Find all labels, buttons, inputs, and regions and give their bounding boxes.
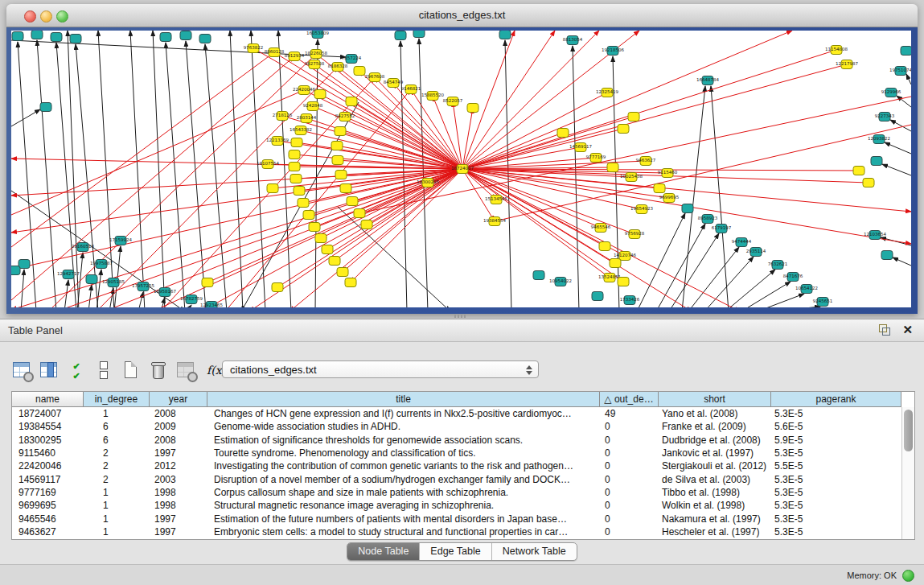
graph-node-label: 8860128	[265, 49, 285, 54]
column-visibility-icon[interactable]	[39, 360, 60, 381]
graph-node[interactable]	[618, 278, 629, 286]
graph-node[interactable]	[332, 156, 343, 165]
graph-edge	[637, 213, 685, 307]
graph-node[interactable]	[413, 31, 425, 38]
graph-node[interactable]	[354, 209, 365, 218]
graph-node[interactable]	[160, 33, 171, 42]
graph-node[interactable]	[290, 175, 302, 183]
graph-node[interactable]	[322, 245, 333, 254]
graph-node[interactable]	[289, 150, 300, 159]
create-column-icon[interactable]	[121, 360, 142, 381]
table-mode-icon[interactable]	[11, 360, 32, 381]
graph-node[interactable]	[11, 266, 20, 275]
graph-node[interactable]	[346, 97, 357, 106]
table-selector[interactable]: citations_edges.txt	[222, 360, 539, 378]
graph-node[interactable]	[853, 167, 864, 175]
table-row[interactable]: 1456911722003Disruption of a novel membe…	[12, 472, 914, 485]
table-row[interactable]: 1938455462009Genome-wide association stu…	[12, 420, 914, 433]
column-header-name[interactable]: name	[12, 392, 84, 407]
graph-node[interactable]	[294, 187, 305, 196]
column-header-in_degree[interactable]: in_degree	[84, 392, 150, 407]
graph-node[interactable]	[607, 163, 618, 172]
graph-node[interactable]	[682, 204, 693, 213]
graph-node[interactable]	[345, 278, 356, 287]
graph-node[interactable]	[31, 31, 43, 39]
graph-node[interactable]	[628, 113, 639, 122]
graph-node[interactable]	[347, 197, 358, 206]
table-row[interactable]: 946362711997Embryonic stem cells: a mode…	[12, 525, 914, 538]
cell: 2003	[150, 473, 207, 486]
graph-node[interactable]	[303, 211, 314, 220]
close-panel-icon[interactable]: ✕	[902, 323, 913, 337]
graph-node[interactable]	[267, 184, 278, 193]
graph-node[interactable]	[40, 103, 51, 112]
table-row[interactable]: 969969511998Structural magnetic resonanc…	[12, 499, 914, 512]
graph-edge	[138, 292, 143, 307]
column-header-short[interactable]: short	[659, 392, 771, 407]
graph-node[interactable]	[592, 292, 603, 301]
graph-node[interactable]	[610, 259, 621, 268]
delete-column-icon[interactable]	[148, 360, 169, 381]
column-header-title[interactable]: title	[207, 392, 600, 407]
graph-node[interactable]	[599, 242, 610, 251]
tab-network-table[interactable]: Network Table	[491, 543, 577, 560]
graph-node[interactable]	[881, 251, 893, 260]
table-row[interactable]: 946554611997Estimation of the future num…	[12, 512, 914, 525]
cell: Franke et al. (2009)	[659, 420, 771, 433]
graph-node[interactable]	[335, 171, 347, 179]
graph-node[interactable]	[901, 47, 911, 56]
column-header-pagerank[interactable]: pagerank	[771, 392, 901, 407]
table-row[interactable]: 911546021997Tourette syndrome. Phenomeno…	[12, 447, 914, 459]
tab-edge-table[interactable]: Edge Table	[419, 543, 491, 560]
graph-node[interactable]	[289, 163, 300, 171]
memory-status-indicator[interactable]	[902, 570, 914, 582]
delete-table-icon[interactable]	[175, 360, 196, 381]
graph-node[interactable]	[272, 283, 283, 292]
network-canvas[interactable]: 1872400797638228860128891293418226058982…	[11, 31, 911, 307]
graph-node[interactable]	[180, 31, 191, 40]
float-panel-icon[interactable]	[879, 324, 890, 336]
table-row[interactable]: 1830029562008Estimation of significance …	[12, 434, 914, 447]
graph-node[interactable]	[329, 257, 340, 266]
column-header-year[interactable]: year	[150, 392, 207, 407]
graph-node[interactable]	[337, 268, 348, 277]
graph-node[interactable]	[86, 275, 97, 284]
graph-node[interactable]	[871, 157, 882, 166]
panel-divider-grip[interactable]	[454, 315, 467, 318]
graph-node[interactable]	[291, 138, 302, 147]
column-header-out_de[interactable]: △ out_de…	[600, 392, 659, 407]
graph-node-label: 9146821	[401, 86, 421, 91]
graph-node[interactable]	[863, 179, 874, 187]
graph-node[interactable]	[335, 127, 346, 136]
graph-node[interactable]	[315, 234, 326, 243]
graph-node[interactable]	[361, 220, 372, 229]
table-row[interactable]: 977716911998Corpus callosum shape and si…	[12, 486, 914, 499]
table-scrollbar[interactable]	[901, 407, 914, 539]
graph-node[interactable]	[309, 223, 320, 232]
graph-node[interactable]	[395, 31, 406, 40]
tab-node-table[interactable]: Node Table	[347, 543, 419, 560]
graph-node[interactable]	[499, 31, 511, 39]
graph-node[interactable]	[202, 278, 213, 287]
graph-node[interactable]	[340, 184, 351, 193]
table-scrollbar-thumb[interactable]	[904, 410, 913, 451]
row-selection-icon[interactable]: ✔✔	[66, 360, 87, 381]
graph-node[interactable]	[533, 271, 544, 280]
graph-node[interactable]	[331, 142, 343, 150]
graph-node[interactable]	[51, 33, 62, 42]
graph-node[interactable]	[557, 129, 569, 138]
table-row[interactable]: 2242004622012Investigating the contribut…	[12, 459, 914, 472]
graph-node[interactable]	[467, 104, 478, 113]
graph-node[interactable]	[70, 35, 81, 43]
rows-icon[interactable]	[93, 360, 114, 381]
graph-node[interactable]	[12, 32, 23, 41]
graph-node[interactable]	[298, 199, 309, 208]
network-view[interactable]: 1872400797638228860128891293418226058982…	[11, 31, 911, 307]
graph-node[interactable]	[199, 35, 211, 43]
network-window-titlebar[interactable]: citations_edges.txt	[6, 4, 918, 27]
graph-node[interactable]	[618, 125, 629, 134]
graph-node[interactable]	[314, 90, 326, 99]
graph-node[interactable]	[354, 67, 365, 76]
table-row[interactable]: 1872400712008Changes of HCN gene express…	[12, 407, 914, 420]
graph-node[interactable]	[654, 184, 665, 193]
